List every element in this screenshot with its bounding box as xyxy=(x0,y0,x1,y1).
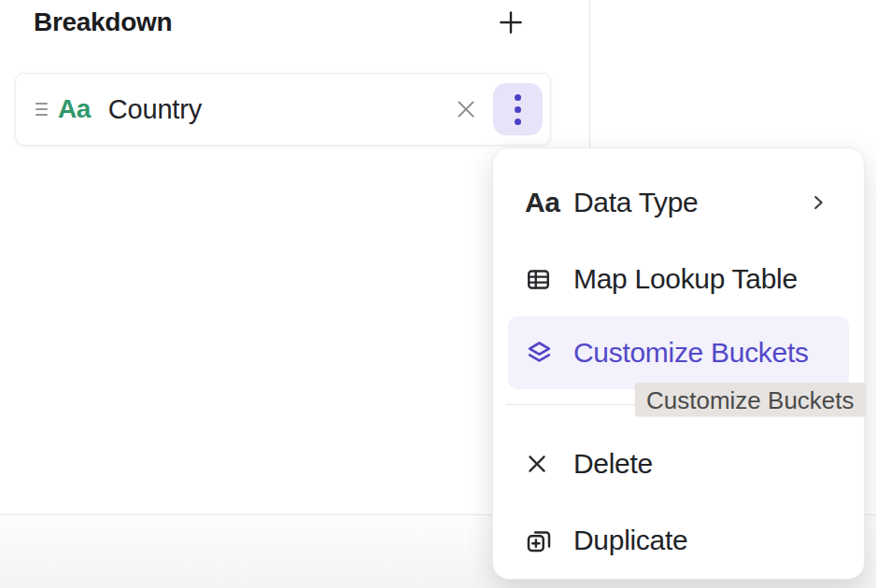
menu-item-duplicate[interactable]: Duplicate xyxy=(508,512,849,568)
field-name-label: Country xyxy=(108,94,202,125)
text-format-icon: Aa xyxy=(525,187,558,218)
field-type-icon: Aa xyxy=(58,94,91,124)
menu-item-label: Data Type xyxy=(573,187,699,218)
menu-item-label: Duplicate xyxy=(573,525,687,556)
x-icon xyxy=(525,452,558,476)
menu-item-label: Customize Buckets xyxy=(573,337,809,369)
close-icon xyxy=(454,97,478,121)
menu-item-map-lookup-table[interactable]: Map Lookup Table xyxy=(508,251,849,307)
menu-item-data-type[interactable]: Aa Data Type xyxy=(508,175,849,231)
remove-field-button[interactable] xyxy=(450,93,482,125)
field-options-button[interactable] xyxy=(493,83,543,135)
field-context-menu: Aa Data Type Map Lookup Table Cust xyxy=(492,147,865,580)
add-breakdown-button[interactable] xyxy=(493,5,529,40)
menu-item-customize-buckets[interactable]: Customize Buckets xyxy=(508,316,849,389)
plus-icon xyxy=(497,8,525,36)
copy-plus-icon xyxy=(525,526,558,554)
menu-item-label: Delete xyxy=(573,448,653,480)
kebab-menu-icon xyxy=(515,94,521,125)
chevron-right-icon xyxy=(808,192,828,213)
customize-buckets-tooltip: Customize Buckets xyxy=(635,383,866,416)
breakdown-field-card[interactable]: Aa Country xyxy=(15,73,551,146)
layers-icon xyxy=(525,339,558,368)
menu-item-delete[interactable]: Delete xyxy=(508,436,849,492)
drag-handle-icon[interactable] xyxy=(35,103,48,116)
menu-item-label: Map Lookup Table xyxy=(573,263,798,295)
page-title: Breakdown xyxy=(34,7,172,37)
table-icon xyxy=(525,266,558,293)
